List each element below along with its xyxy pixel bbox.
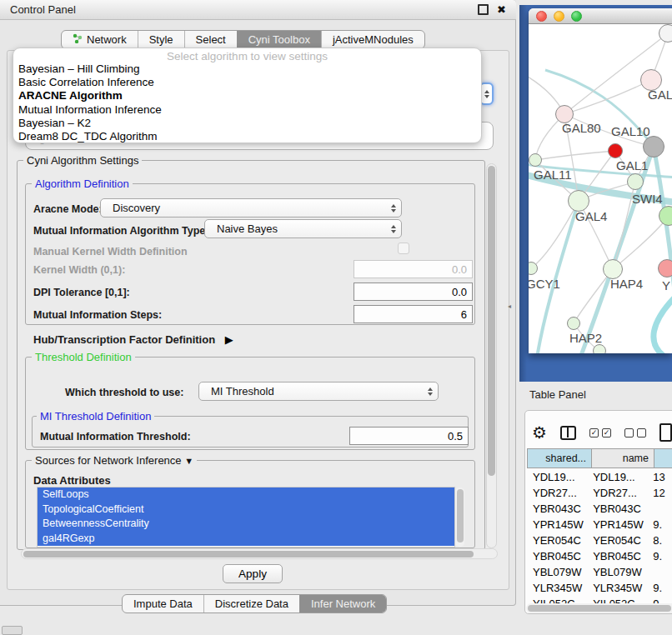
table-cell: YPR145W <box>527 518 589 534</box>
tab-jactivemnodules[interactable]: jActiveMNodules <box>321 31 424 48</box>
tab-infer-network[interactable]: Infer Network <box>299 595 386 612</box>
spinner-down-icon <box>484 95 489 98</box>
network-canvas[interactable]: GALGAL80GAL10GAL1GAL11GAL4SWI4GCY1HAP4YH… <box>529 24 672 353</box>
mi-type-combo[interactable]: Naive Bayes <box>204 219 402 238</box>
dropdown-item-aracne-algorithm[interactable]: ARACNE Algorithm <box>13 89 481 102</box>
dropdown-item-bayesian-hill-climbing[interactable]: Bayesian – Hill Climbing <box>13 62 481 76</box>
attribute-item-gal4rgexp[interactable]: gal4RGexp <box>38 532 454 547</box>
table-horizontal-scrollbar[interactable] <box>526 603 672 613</box>
tab-label: Style <box>149 33 173 46</box>
combo-spinner-icon <box>428 388 433 396</box>
table-row[interactable]: YBL079WYBL079W <box>527 566 672 582</box>
collapse-down-icon[interactable]: ▼ <box>184 456 193 466</box>
mi-threshold-label: Mutual Information Threshold: <box>40 431 191 442</box>
network-node[interactable] <box>608 143 623 158</box>
mi-threshold-input[interactable]: 0.5 <box>349 427 469 445</box>
table-row[interactable]: YBR043CYBR043C <box>527 502 672 518</box>
attribute-item-topologicalcoefficient[interactable]: TopologicalCoefficient <box>38 502 454 518</box>
zoom-traffic-light[interactable] <box>571 11 582 22</box>
close-traffic-light[interactable] <box>536 11 547 22</box>
table-cell: 13 <box>648 471 672 487</box>
float-window-icon[interactable] <box>478 4 489 15</box>
tab-select[interactable]: Select <box>184 31 237 48</box>
combo-spinner-icon <box>391 225 396 233</box>
tab-network[interactable]: Network <box>62 31 138 48</box>
attribute-item-betweennesscentrality[interactable]: BetweennessCentrality <box>38 517 454 532</box>
control-panel-title: Control Panel <box>10 3 76 16</box>
tab-label: Select <box>196 33 226 46</box>
columns-icon[interactable] <box>560 426 576 440</box>
list-scrollbar[interactable] <box>455 488 464 547</box>
column-header-shared-[interactable]: shared... <box>527 448 592 468</box>
expand-right-icon[interactable]: ▶ <box>225 333 233 346</box>
table-row[interactable]: YDL19...YDL19...13 <box>527 471 672 487</box>
tab-style[interactable]: Style <box>138 31 184 48</box>
panel-divider-handle[interactable]: ◂ <box>508 302 511 310</box>
network-node-gal10[interactable] <box>643 136 664 158</box>
mi-steps-label: Mutual Information Steps: <box>33 309 162 321</box>
network-node-gal1[interactable] <box>627 173 644 190</box>
attribute-item-selfloops[interactable]: SelfLoops <box>38 488 454 502</box>
network-window-titlebar[interactable] <box>529 8 672 24</box>
tab-discretize-data[interactable]: Discretize Data <box>203 595 299 612</box>
network-node-gal11[interactable] <box>529 153 542 167</box>
screen: Control Panel ✖ NetworkStyleSelectCyni T… <box>0 0 672 635</box>
network-node[interactable] <box>593 344 606 353</box>
settings-vertical-scrollbar[interactable] <box>486 163 497 548</box>
table-cell: YPR145W <box>589 518 648 534</box>
table-row[interactable]: YLR345WYLR345W9. <box>527 582 672 598</box>
select-all-icon[interactable]: ✓ ✓ <box>589 428 611 438</box>
corner-button[interactable] <box>2 626 23 635</box>
node-label: GAL11 <box>534 168 572 182</box>
network-node-hap2[interactable] <box>567 317 580 330</box>
kernel-width-label: Kernel Width (0,1): <box>33 264 125 276</box>
table-cell <box>648 502 672 518</box>
hub-definition-label[interactable]: Hub/Transcription Factor Definition ▶ <box>33 333 233 346</box>
manual-kernel-checkbox[interactable] <box>398 242 409 254</box>
node-label: HAP2 <box>569 331 602 345</box>
network-node-y[interactable] <box>658 259 672 278</box>
bottom-tabs: Impute DataDiscretize DataInfer Network <box>122 594 387 613</box>
mi-steps-input[interactable]: 6 <box>354 305 473 323</box>
network-node[interactable] <box>659 24 672 42</box>
table-row[interactable]: YPR145WYPR145W9. <box>527 518 672 534</box>
kernel-width-input[interactable]: 0.0 <box>354 260 473 278</box>
dropdown-item-basic-correlation-inference[interactable]: Basic Correlation Inference <box>13 76 481 89</box>
tab-cyni-toolbox[interactable]: Cyni Toolbox <box>237 31 321 48</box>
data-attributes-label: Data Attributes <box>33 474 111 487</box>
document-icon[interactable] <box>659 423 672 442</box>
table-row[interactable]: YDR27...YDR27...12 <box>527 487 672 502</box>
table-cell: YBR045C <box>589 550 648 566</box>
dropdown-item-bayesian-k2[interactable]: Bayesian – K2 <box>13 117 481 130</box>
deselect-all-icon[interactable] <box>624 428 646 438</box>
cyni-settings-title: Cyni Algorithm Settings <box>23 155 142 166</box>
dropdown-item-dream8-dc-tdc-algorithm[interactable]: Dream8 DC_TDC Algorithm <box>13 130 481 143</box>
tab-label: Network <box>87 33 127 46</box>
table-row[interactable]: YBR045CYBR045C9. <box>527 550 672 566</box>
apply-button[interactable]: Apply <box>223 564 283 583</box>
sources-title[interactable]: Sources for Network Inference ▼ <box>32 455 197 467</box>
tab-impute-data[interactable]: Impute Data <box>123 595 203 612</box>
aracne-mode-combo[interactable]: Discovery <box>100 198 402 218</box>
table-rows: YDL19...YDL19...13YDR27...YDR27...12YBR0… <box>527 468 672 606</box>
column-header-name[interactable]: name <box>592 448 654 468</box>
dropdown-item-mutual-information-inference[interactable]: Mutual Information Inference <box>13 103 481 117</box>
column-header-2[interactable] <box>654 448 672 468</box>
node-label: GAL80 <box>562 121 601 135</box>
settings-horizontal-scrollbar[interactable] <box>21 548 498 559</box>
gear-icon[interactable]: ⚙ <box>532 424 547 441</box>
table-cell: YBR043C <box>589 502 648 518</box>
which-threshold-combo[interactable]: MI Threshold <box>198 382 439 401</box>
dpi-tolerance-input[interactable]: 0.0 <box>354 282 473 301</box>
minimize-traffic-light[interactable] <box>554 11 564 22</box>
table-row[interactable]: YER054CYER054C8. <box>527 534 672 550</box>
node-label: HAP4 <box>610 277 643 291</box>
algorithm-definition-title: Algorithm Definition <box>32 178 133 189</box>
node-label: GAL1 <box>616 158 648 172</box>
table-cell: 12 <box>648 487 672 502</box>
table-cell: 8. <box>648 534 672 550</box>
algorithm-dropdown-list: Bayesian – Hill ClimbingBasic Correlatio… <box>13 62 481 143</box>
table-cell: 9. <box>648 518 672 534</box>
close-icon[interactable]: ✖ <box>497 4 506 15</box>
node-label: SWI4 <box>632 192 663 206</box>
